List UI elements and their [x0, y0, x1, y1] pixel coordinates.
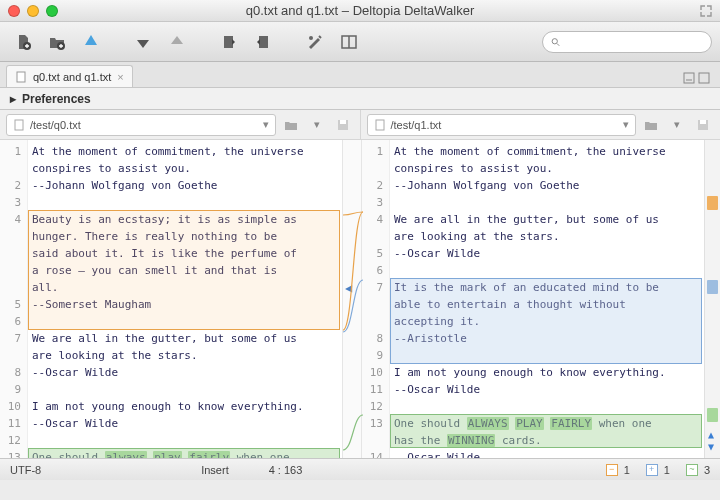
right-file-pane-header: /test/q1.txt ▾ ▾	[360, 110, 721, 139]
fullscreen-icon[interactable]	[700, 5, 712, 17]
svg-line-8	[557, 43, 559, 45]
deleted-count-icon: −	[606, 464, 618, 476]
left-code[interactable]: At the moment of commitment, the univers…	[28, 140, 342, 458]
history-button[interactable]: ▾	[666, 114, 688, 136]
tab-label: q0.txt and q1.txt	[33, 71, 111, 83]
deleted-count: 1	[624, 464, 630, 476]
browse-button[interactable]	[640, 114, 662, 136]
history-button[interactable]: ▾	[306, 114, 328, 136]
browse-button[interactable]	[280, 114, 302, 136]
disclosure-triangle-icon: ▸	[10, 92, 16, 106]
scroll-down-icon[interactable]: ▼	[708, 442, 714, 452]
right-pane[interactable]: 123456789101112131415 At the moment of c…	[362, 140, 704, 458]
svg-rect-10	[684, 73, 694, 83]
new-file-button[interactable]	[8, 30, 38, 54]
search-input[interactable]	[565, 36, 703, 48]
tab-comparison[interactable]: q0.txt and q1.txt ×	[6, 65, 133, 87]
svg-rect-15	[340, 120, 346, 124]
right-file-path: /test/q1.txt	[391, 119, 442, 131]
svg-rect-18	[700, 120, 706, 124]
minimize-window-button[interactable]	[27, 5, 39, 17]
encoding-label[interactable]: UTF-8	[10, 464, 41, 476]
scroll-up-icon[interactable]: ▲	[708, 430, 714, 440]
close-window-button[interactable]	[8, 5, 20, 17]
overview-mark	[707, 280, 718, 294]
new-folder-button[interactable]	[42, 30, 72, 54]
added-count: 1	[664, 464, 670, 476]
diff-connector: ◀	[342, 140, 362, 458]
svg-point-4	[309, 36, 313, 40]
minimize-pane-icon[interactable]	[683, 72, 695, 84]
chevron-down-icon: ▾	[263, 118, 269, 131]
zoom-window-button[interactable]	[46, 5, 58, 17]
file-icon	[374, 119, 386, 131]
statusbar: UTF-8 Insert 4 : 163 − 1 + 1 ~ 3	[0, 458, 720, 480]
left-file-pane-header: /test/q0.txt ▾ ▾	[0, 110, 360, 139]
svg-rect-12	[699, 73, 709, 83]
layout-button[interactable]	[334, 30, 364, 54]
next-diff-button[interactable]	[128, 30, 158, 54]
svg-rect-3	[259, 36, 268, 48]
close-tab-button[interactable]: ×	[117, 71, 123, 83]
left-file-path-input[interactable]: /test/q0.txt ▾	[6, 114, 276, 136]
titlebar: q0.txt and q1.txt – Deltopia DeltaWalker	[0, 0, 720, 22]
left-pane[interactable]: 12345678910111213 At the moment of commi…	[0, 140, 342, 458]
preferences-header[interactable]: ▸ Preferences	[0, 88, 720, 110]
prev-diff-button[interactable]	[162, 30, 192, 54]
svg-rect-16	[376, 120, 384, 130]
settings-button[interactable]	[300, 30, 330, 54]
search-icon	[551, 36, 560, 48]
right-code[interactable]: At the moment of commitment, the univers…	[390, 140, 704, 458]
copy-left-button[interactable]	[214, 30, 244, 54]
save-button[interactable]	[332, 114, 354, 136]
compare-button[interactable]	[76, 30, 106, 54]
tabbar: q0.txt and q1.txt ×	[0, 62, 720, 88]
window-title: q0.txt and q1.txt – Deltopia DeltaWalker	[0, 3, 720, 18]
svg-point-7	[552, 38, 557, 43]
file-icon	[15, 71, 27, 83]
changed-count: 3	[704, 464, 710, 476]
changed-count-icon: ~	[686, 464, 698, 476]
left-gutter: 12345678910111213	[0, 140, 28, 458]
overview-ruler[interactable]: ▲ ▼	[704, 140, 720, 458]
file-icon	[13, 119, 25, 131]
search-field[interactable]	[542, 31, 712, 53]
save-button[interactable]	[692, 114, 714, 136]
file-path-bar: /test/q0.txt ▾ ▾ /test/q1.txt ▾ ▾	[0, 110, 720, 140]
cursor-position: 4 : 163	[269, 464, 303, 476]
overview-mark	[707, 196, 718, 210]
right-file-path-input[interactable]: /test/q1.txt ▾	[367, 114, 637, 136]
svg-rect-2	[224, 36, 233, 48]
svg-rect-13	[15, 120, 23, 130]
maximize-pane-icon[interactable]	[698, 72, 710, 84]
chevron-down-icon: ▾	[623, 118, 629, 131]
overview-mark	[707, 408, 718, 422]
left-file-path: /test/q0.txt	[30, 119, 81, 131]
svg-rect-9	[17, 72, 25, 82]
right-gutter: 123456789101112131415	[362, 140, 390, 458]
copy-right-button[interactable]	[248, 30, 278, 54]
diff-view: 12345678910111213 At the moment of commi…	[0, 140, 720, 458]
added-count-icon: +	[646, 464, 658, 476]
main-toolbar	[0, 22, 720, 62]
insert-mode-label: Insert	[201, 464, 229, 476]
preferences-label: Preferences	[22, 92, 91, 106]
